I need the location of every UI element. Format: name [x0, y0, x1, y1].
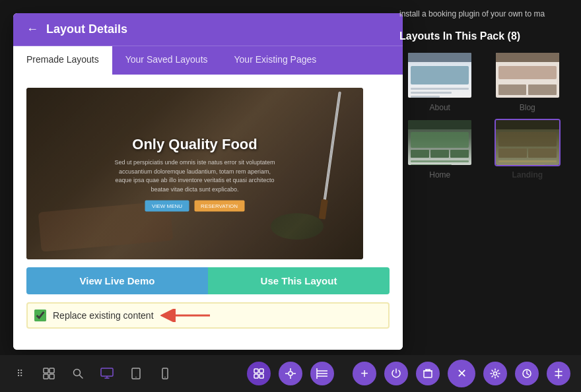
modal-panel: ← Layout Details Premade Layouts Your Sa… — [13, 13, 403, 350]
blog-thumb-img — [495, 51, 561, 99]
layout-thumbnails: About — [399, 51, 568, 180]
svg-point-19 — [289, 372, 292, 376]
about-thumb-img — [407, 51, 473, 99]
svg-rect-18 — [259, 374, 263, 378]
search-icon[interactable] — [69, 364, 87, 383]
svg-rect-16 — [259, 369, 263, 373]
home-label: Home — [429, 170, 450, 180]
mobile-icon[interactable] — [156, 364, 174, 383]
svg-point-33 — [494, 372, 497, 376]
trash-btn[interactable] — [416, 362, 440, 385]
svg-rect-17 — [254, 374, 258, 378]
layout-thumb-landing[interactable]: Landing — [487, 119, 568, 180]
layout-thumb-blog[interactable]: Blog — [487, 51, 568, 112]
side-description: install a booking plugin of your own to … — [399, 0, 568, 30]
tablet-icon[interactable] — [127, 364, 145, 383]
preview-title: Only Quality Food — [111, 136, 279, 153]
modal-body: Only Quality Food Sed ut perspiciatis un… — [13, 75, 403, 350]
landing-thumb-img — [495, 119, 561, 166]
layout-thumb-about[interactable]: About — [399, 51, 481, 112]
history-btn[interactable] — [515, 362, 539, 385]
view-demo-button[interactable]: View Live Demo — [26, 267, 208, 294]
pack-title: Layouts In This Pack (8) — [399, 30, 568, 42]
tab-saved[interactable]: Your Saved Layouts — [112, 46, 221, 75]
back-button[interactable]: ← — [26, 22, 38, 36]
select-mode-btn[interactable] — [247, 362, 271, 385]
svg-rect-4 — [44, 374, 48, 379]
wire-mode-btn[interactable] — [279, 362, 302, 385]
svg-rect-8 — [101, 368, 113, 376]
modal-header: ← Layout Details — [13, 13, 403, 46]
svg-point-12 — [135, 377, 137, 378]
toolbar-right: + ✕ — [353, 360, 570, 387]
replace-label: Replace existing content — [53, 310, 154, 321]
home-thumb-img — [407, 119, 473, 166]
replace-arrow-icon — [160, 309, 213, 322]
close-btn[interactable]: ✕ — [448, 360, 475, 387]
toolbar-center — [247, 362, 334, 385]
svg-rect-5 — [50, 374, 54, 379]
about-label: About — [430, 103, 450, 112]
svg-rect-28 — [424, 371, 432, 377]
power-btn[interactable] — [384, 362, 408, 385]
preview-section: Only Quality Food Sed ut perspiciatis un… — [26, 88, 390, 337]
layout-preview: Only Quality Food Sed ut perspiciatis un… — [26, 88, 363, 259]
add-element-btn[interactable]: + — [353, 362, 376, 385]
layout-thumb-home[interactable]: Home — [399, 119, 481, 180]
preview-menu-btn[interactable]: VIEW MENU — [145, 201, 189, 212]
plus-icon: + — [360, 367, 368, 380]
layers-btn[interactable] — [547, 362, 570, 385]
svg-rect-15 — [254, 369, 258, 373]
preview-description: Sed ut perspiciatis unde omnis iste natu… — [111, 158, 279, 194]
landing-label: Landing — [512, 170, 543, 180]
settings-btn[interactable] — [483, 362, 507, 385]
modal-title: Layout Details — [46, 22, 127, 36]
action-buttons: View Live Demo Use This Layout — [26, 267, 390, 294]
tab-existing[interactable]: Your Existing Pages — [221, 46, 330, 75]
tab-premade[interactable]: Premade Layouts — [13, 46, 112, 75]
grid-mode-btn[interactable] — [310, 362, 334, 385]
svg-rect-2 — [44, 368, 48, 373]
desktop-icon[interactable] — [98, 364, 116, 383]
layout-icon[interactable] — [40, 364, 58, 383]
toolbar-left: ⠿ — [11, 364, 174, 383]
use-layout-button[interactable]: Use This Layout — [208, 267, 390, 294]
bottom-toolbar: ⠿ — [0, 355, 581, 392]
blog-label: Blog — [520, 103, 535, 112]
tabs-bar: Premade Layouts Your Saved Layouts Your … — [13, 46, 403, 75]
modal-overlay: ← Layout Details Premade Layouts Your Sa… — [0, 0, 581, 355]
preview-inner-buttons: VIEW MENU RESERVATION — [111, 201, 279, 212]
replace-content-row: Replace existing content — [26, 302, 390, 329]
side-panel: install a booking plugin of your own to … — [399, 0, 568, 180]
replace-checkbox[interactable] — [34, 310, 46, 321]
preview-text: Only Quality Food Sed ut perspiciatis un… — [111, 136, 279, 212]
dots-icon[interactable]: ⠿ — [11, 364, 29, 383]
svg-line-7 — [80, 376, 83, 379]
svg-rect-3 — [50, 368, 54, 373]
svg-point-14 — [164, 377, 166, 378]
preview-reservation-btn[interactable]: RESERVATION — [194, 201, 244, 212]
